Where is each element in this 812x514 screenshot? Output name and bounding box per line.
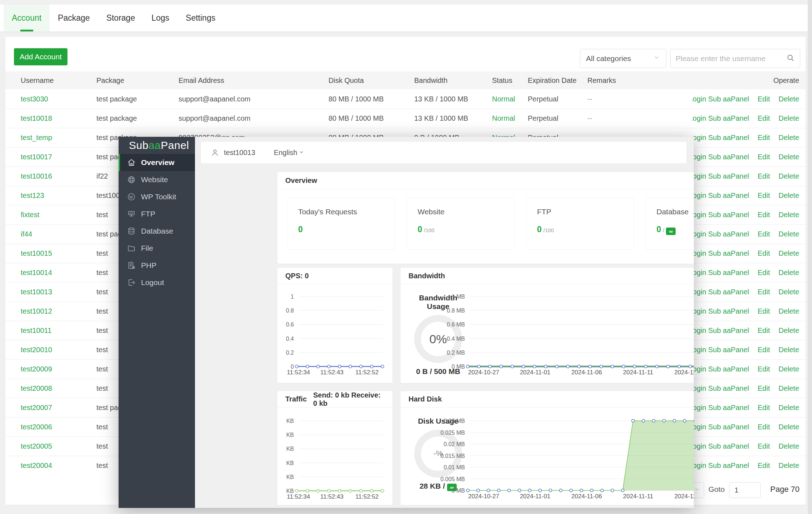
operate-login-sub-aapanel[interactable]: Login Sub aaPanel: [692, 346, 749, 354]
cell-username[interactable]: test10012: [21, 307, 96, 315]
operate-edit[interactable]: Edit: [758, 114, 770, 123]
operate-delete[interactable]: Delete: [778, 191, 799, 200]
tab-logs[interactable]: Logs: [143, 5, 177, 31]
operate-delete[interactable]: Delete: [778, 442, 799, 450]
operate-login-sub-aapanel[interactable]: Login Sub aaPanel: [692, 461, 749, 470]
operate-login-sub-aapanel[interactable]: Login Sub aaPanel: [692, 249, 749, 258]
operate-edit[interactable]: Edit: [758, 230, 770, 238]
operate-edit[interactable]: Edit: [758, 172, 770, 180]
operate-login-sub-aapanel[interactable]: Login Sub aaPanel: [692, 442, 749, 450]
cell-username[interactable]: test10017: [21, 153, 96, 161]
operate-delete[interactable]: Delete: [778, 461, 799, 470]
operate-edit[interactable]: Edit: [758, 423, 770, 431]
operate-login-sub-aapanel[interactable]: Login Sub aaPanel: [692, 423, 749, 431]
operate-login-sub-aapanel[interactable]: Login Sub aaPanel: [692, 172, 749, 180]
operate-delete[interactable]: Delete: [778, 423, 799, 431]
cell-username[interactable]: if44: [21, 230, 96, 238]
operate-login-sub-aapanel[interactable]: Login Sub aaPanel: [692, 269, 749, 277]
operate-login-sub-aapanel[interactable]: Login Sub aaPanel: [692, 134, 749, 142]
operate-delete[interactable]: Delete: [778, 346, 799, 354]
cell-username[interactable]: test123: [21, 191, 96, 200]
operate-edit[interactable]: Edit: [758, 191, 770, 200]
operate-delete[interactable]: Delete: [778, 269, 799, 277]
operate-delete[interactable]: Delete: [778, 249, 799, 258]
search-icon[interactable]: [786, 54, 795, 64]
cell-username[interactable]: test10014: [21, 269, 96, 277]
cell-username[interactable]: test20008: [21, 384, 96, 393]
operate-delete[interactable]: Delete: [778, 134, 799, 142]
cell-username[interactable]: test_temp: [21, 134, 96, 142]
tab-storage[interactable]: Storage: [98, 5, 144, 31]
sidebar-item-database[interactable]: Database: [119, 223, 195, 240]
operate-login-sub-aapanel[interactable]: Login Sub aaPanel: [692, 404, 749, 412]
category-filter-select[interactable]: All categories: [580, 49, 666, 68]
add-account-button[interactable]: Add Account: [14, 48, 67, 65]
operate-edit[interactable]: Edit: [758, 346, 770, 354]
operate-delete[interactable]: Delete: [778, 307, 799, 315]
operate-delete[interactable]: Delete: [778, 230, 799, 238]
operate-delete[interactable]: Delete: [778, 365, 799, 373]
sidebar-item-php[interactable]: PHP: [119, 257, 195, 274]
goto-page-input[interactable]: [729, 482, 761, 498]
tab-account[interactable]: Account: [4, 5, 50, 31]
operate-login-sub-aapanel[interactable]: Login Sub aaPanel: [692, 384, 749, 393]
operate-login-sub-aapanel[interactable]: Login Sub aaPanel: [692, 365, 749, 373]
sidebar-item-ftp[interactable]: FTP: [119, 205, 195, 223]
sidebar-item-overview[interactable]: Overview: [119, 154, 195, 171]
tab-package[interactable]: Package: [50, 5, 98, 31]
operate-edit[interactable]: Edit: [758, 288, 770, 296]
cell-username[interactable]: test20009: [21, 365, 96, 373]
operate-delete[interactable]: Delete: [778, 211, 799, 219]
operate-delete[interactable]: Delete: [778, 114, 799, 123]
operate-edit[interactable]: Edit: [758, 269, 770, 277]
operate-delete[interactable]: Delete: [778, 172, 799, 180]
operate-login-sub-aapanel[interactable]: Login Sub aaPanel: [692, 153, 749, 161]
cell-username[interactable]: fixtest: [21, 211, 96, 219]
cell-username[interactable]: test20005: [21, 442, 96, 450]
operate-login-sub-aapanel[interactable]: Login Sub aaPanel: [692, 211, 749, 219]
sidebar-item-file[interactable]: File: [119, 240, 195, 257]
operate-edit[interactable]: Edit: [758, 307, 770, 315]
operate-edit[interactable]: Edit: [758, 134, 770, 142]
tab-settings[interactable]: Settings: [177, 5, 224, 31]
operate-login-sub-aapanel[interactable]: Login Sub aaPanel: [692, 288, 749, 296]
operate-login-sub-aapanel[interactable]: Login Sub aaPanel: [692, 95, 749, 103]
operate-delete[interactable]: Delete: [778, 95, 799, 103]
operate-edit[interactable]: Edit: [758, 249, 770, 258]
cell-username[interactable]: test20010: [21, 346, 96, 354]
cell-username[interactable]: test10011: [21, 326, 96, 335]
operate-login-sub-aapanel[interactable]: Login Sub aaPanel: [692, 114, 749, 123]
sidebar-item-logout[interactable]: Logout: [119, 274, 195, 291]
operate-edit[interactable]: Edit: [758, 461, 770, 470]
operate-edit[interactable]: Edit: [758, 365, 770, 373]
sidebar-item-website[interactable]: Website: [119, 171, 195, 188]
operate-edit[interactable]: Edit: [758, 153, 770, 161]
search-input[interactable]: [676, 54, 786, 63]
operate-login-sub-aapanel[interactable]: Login Sub aaPanel: [692, 191, 749, 200]
operate-login-sub-aapanel[interactable]: Login Sub aaPanel: [692, 230, 749, 238]
cell-username[interactable]: test10016: [21, 172, 96, 180]
cell-username[interactable]: test10018: [21, 114, 96, 123]
operate-edit[interactable]: Edit: [758, 326, 770, 335]
operate-delete[interactable]: Delete: [778, 288, 799, 296]
operate-delete[interactable]: Delete: [778, 404, 799, 412]
operate-delete[interactable]: Delete: [778, 153, 799, 161]
cell-username[interactable]: test20006: [21, 423, 96, 431]
operate-login-sub-aapanel[interactable]: Login Sub aaPanel: [692, 326, 749, 335]
cell-package: test package: [96, 114, 179, 123]
operate-edit[interactable]: Edit: [758, 404, 770, 412]
cell-username[interactable]: test3030: [21, 95, 96, 103]
operate-delete[interactable]: Delete: [778, 384, 799, 393]
cell-username[interactable]: test20007: [21, 404, 96, 412]
operate-login-sub-aapanel[interactable]: Login Sub aaPanel: [692, 307, 749, 315]
operate-edit[interactable]: Edit: [758, 95, 770, 103]
cell-username[interactable]: test20004: [21, 461, 96, 470]
operate-edit[interactable]: Edit: [758, 211, 770, 219]
cell-username[interactable]: test10015: [21, 249, 96, 258]
operate-edit[interactable]: Edit: [758, 384, 770, 393]
operate-delete[interactable]: Delete: [778, 326, 799, 335]
language-dropdown[interactable]: English: [274, 149, 305, 157]
sidebar-item-wp-toolkit[interactable]: WP Toolkit: [119, 188, 195, 205]
cell-username[interactable]: test10013: [21, 288, 96, 296]
operate-edit[interactable]: Edit: [758, 442, 770, 450]
